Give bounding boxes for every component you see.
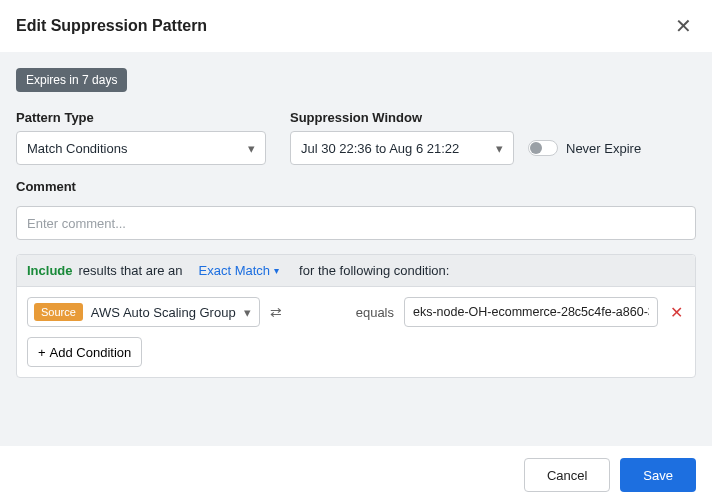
close-icon: ✕ bbox=[675, 15, 692, 37]
match-mode-select[interactable]: Exact Match ▾ bbox=[199, 263, 280, 278]
never-expire-toggle[interactable] bbox=[528, 140, 558, 156]
save-button[interactable]: Save bbox=[620, 458, 696, 492]
suppression-window-field: Suppression Window Jul 30 22:36 to Aug 6… bbox=[290, 110, 696, 165]
suppression-window-row: Jul 30 22:36 to Aug 6 21:22 ▾ Never Expi… bbox=[290, 131, 696, 165]
comment-label: Comment bbox=[16, 179, 696, 194]
swap-icon[interactable]: ⇄ bbox=[270, 304, 282, 320]
plus-icon: + bbox=[38, 345, 46, 360]
chevron-down-icon: ▾ bbox=[496, 141, 503, 156]
modal-body: Expires in 7 days Pattern Type Match Con… bbox=[0, 52, 712, 446]
modal-header: Edit Suppression Pattern ✕ bbox=[0, 0, 712, 52]
rule-header: Include results that are an Exact Match … bbox=[17, 255, 695, 287]
suppression-window-select[interactable]: Jul 30 22:36 to Aug 6 21:22 ▾ bbox=[290, 131, 514, 165]
edit-suppression-modal: Edit Suppression Pattern ✕ Expires in 7 … bbox=[0, 0, 712, 504]
pattern-type-select[interactable]: Match Conditions ▾ bbox=[16, 131, 266, 165]
cancel-button[interactable]: Cancel bbox=[524, 458, 610, 492]
rule-text-2: for the following condition: bbox=[299, 263, 449, 278]
remove-icon: ✕ bbox=[670, 304, 683, 321]
include-text: Include bbox=[27, 263, 73, 278]
pattern-type-value: Match Conditions bbox=[27, 141, 127, 156]
chevron-down-icon: ▾ bbox=[248, 141, 255, 156]
condition-value-input[interactable] bbox=[404, 297, 658, 327]
add-condition-button[interactable]: + Add Condition bbox=[27, 337, 142, 367]
chevron-down-icon: ▾ bbox=[244, 305, 259, 320]
rule-text-1: results that are an bbox=[79, 263, 183, 278]
pattern-type-label: Pattern Type bbox=[16, 110, 266, 125]
modal-title: Edit Suppression Pattern bbox=[16, 17, 207, 35]
condition-source-select[interactable]: Source AWS Auto Scaling Group ▾ bbox=[27, 297, 260, 327]
rule-body: Source AWS Auto Scaling Group ▾ ⇄ equals… bbox=[17, 287, 695, 377]
source-chip: Source bbox=[34, 303, 83, 321]
suppression-window-value: Jul 30 22:36 to Aug 6 21:22 bbox=[301, 141, 459, 156]
never-expire-label: Never Expire bbox=[566, 141, 641, 156]
source-value: AWS Auto Scaling Group bbox=[83, 305, 244, 320]
close-button[interactable]: ✕ bbox=[671, 12, 696, 40]
remove-condition-button[interactable]: ✕ bbox=[668, 301, 685, 324]
modal-footer: Cancel Save bbox=[0, 446, 712, 504]
operator-label: equals bbox=[356, 305, 394, 320]
condition-row: Source AWS Auto Scaling Group ▾ ⇄ equals… bbox=[27, 297, 685, 327]
chevron-down-icon: ▾ bbox=[274, 265, 279, 276]
expiry-badge: Expires in 7 days bbox=[16, 68, 127, 92]
never-expire-control: Never Expire bbox=[528, 140, 641, 156]
top-row: Pattern Type Match Conditions ▾ Suppress… bbox=[16, 110, 696, 165]
pattern-type-field: Pattern Type Match Conditions ▾ bbox=[16, 110, 266, 165]
comment-field: Comment bbox=[16, 179, 696, 240]
rule-card: Include results that are an Exact Match … bbox=[16, 254, 696, 378]
add-condition-label: Add Condition bbox=[50, 345, 132, 360]
suppression-window-label: Suppression Window bbox=[290, 110, 696, 125]
comment-input[interactable] bbox=[16, 206, 696, 240]
match-mode-value: Exact Match bbox=[199, 263, 271, 278]
toggle-knob bbox=[530, 142, 542, 154]
